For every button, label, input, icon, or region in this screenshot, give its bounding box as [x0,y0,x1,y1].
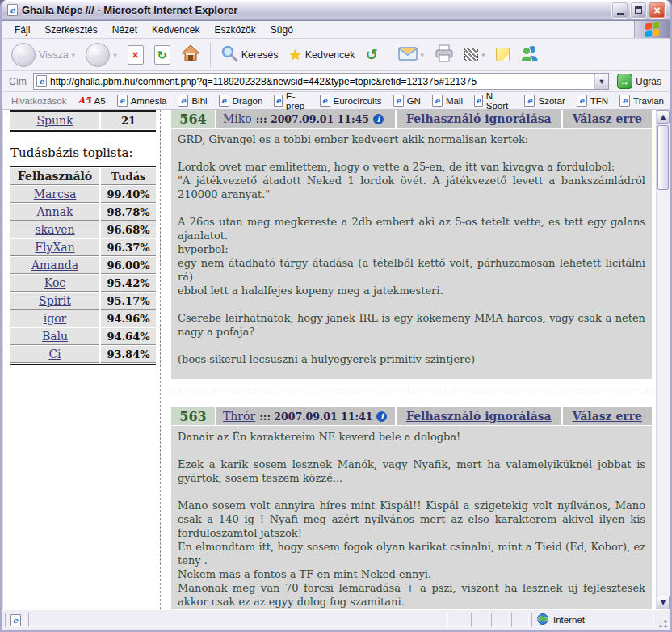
menu-help[interactable]: Súgó [263,21,300,38]
menu-file[interactable]: Fájl [7,21,37,38]
go-button[interactable]: → Ugrás [613,74,666,89]
links-item-szotar[interactable]: e Szotar [519,93,570,109]
messenger-button[interactable] [516,41,544,69]
scrollbar-track[interactable] [657,124,670,596]
address-dropdown-button[interactable]: ▼ [594,74,608,89]
ignore-user-cell: Felhasználó ignorálása [397,110,561,128]
menu-edit[interactable]: Szerkesztés [37,21,104,38]
ie-page-icon: e [36,75,47,87]
links-item-tfn[interactable]: e TFN [571,93,614,109]
links-item-eprep[interactable]: e E-prep [268,93,313,109]
vertical-scrollbar[interactable]: ▲ ▼ [656,110,670,609]
post-body: GRD, Givangel es a tobbi ember kedveert … [171,129,652,379]
forum-thread: 564 Miko ::: 2007.09.01 11:45 i Felhaszn… [164,110,656,609]
toplist-user-link[interactable]: Annak [37,205,74,218]
minimize-button[interactable] [611,2,628,19]
notes-button[interactable] [492,41,514,69]
links-item-travian[interactable]: e Travian [614,93,670,109]
link-label: Dragon [233,96,263,106]
info-icon[interactable]: i [376,411,387,422]
post-body: Danair az Én karaktereim NE keverd bele … [171,426,652,609]
title-bar: e Ghalla Népe /// - Microsoft Internet E… [2,0,670,21]
back-button[interactable]: ← Vissza ▾ [7,41,79,69]
ie-page-icon: e [117,95,128,107]
links-item-nsport[interactable]: e N. Sport [468,93,519,109]
links-item-eurocircuits[interactable]: e Eurocircuits [314,93,388,109]
toplist-user-link[interactable]: Ci [48,348,61,360]
info-icon[interactable]: i [373,114,384,124]
window-title: Ghalla Népe /// - Microsoft Internet Exp… [22,4,607,16]
links-item-mail[interactable]: e Mail [426,93,468,109]
refresh-button[interactable]: ↻ [150,41,174,69]
user-link-spunk[interactable]: Spunk [36,114,73,127]
ie-page-icon: e [274,95,283,107]
links-item-amnesia[interactable]: e Amnesia [111,93,173,109]
edit-button[interactable]: ▾ [460,41,489,69]
toplist-user-link[interactable]: FlyXan [35,241,74,254]
browser-window: e Ghalla Népe /// - Microsoft Internet E… [0,0,672,632]
toplist-user-link[interactable]: skaven [35,223,74,236]
toplist-score: 96.68% [101,221,156,238]
page-content: Spunk 21 Tudásbázis toplista: Felhasznál… [2,110,670,609]
reply-link[interactable]: Válasz erre [573,410,642,423]
table-row: Ci 93.84% [10,346,156,363]
reply-link[interactable]: Válasz erre [573,112,642,125]
menu-favorites[interactable]: Kedvencek [145,21,207,38]
address-field: e ▼ [33,73,609,90]
link-label: GN [407,96,421,106]
links-item-bihi[interactable]: e Bihi [172,93,212,109]
menu-view[interactable]: Nézet [105,21,145,38]
scrollbar-thumb[interactable] [657,125,669,190]
post-number: 563 [171,407,215,425]
back-dropdown-icon[interactable]: ▾ [72,51,76,59]
links-item-dragon[interactable]: e Dragon [213,93,269,109]
toplist-user-link[interactable]: Spirit [39,294,71,307]
link-label: Mail [446,96,463,106]
link-label: E-prep [286,91,308,111]
ie-window-icon: e [7,4,18,16]
link-label: N. Sport [486,91,514,111]
forward-dropdown-icon[interactable]: ▾ [113,51,117,59]
print-icon [435,44,454,65]
toplist-user-link[interactable]: Amanda [32,259,78,272]
mail-button[interactable]: ▾ [394,41,429,69]
zone-label: Internet [553,615,585,625]
toplist-user-link[interactable]: Marcsa [34,187,77,200]
scroll-up-button[interactable]: ▲ [657,110,670,124]
search-label: Keresés [242,49,279,61]
menu-tools[interactable]: Eszközök [207,21,262,38]
status-panel [511,613,529,627]
address-input[interactable] [50,76,591,87]
frame-divider [160,110,161,609]
stop-button[interactable]: × [124,41,148,69]
forward-button[interactable]: → ▾ [82,41,121,69]
maximize-button[interactable] [630,2,647,19]
table-row: Spirit 95.17% [10,293,156,310]
print-button[interactable] [430,41,458,69]
resize-grip[interactable] [657,613,668,627]
home-button[interactable] [177,41,204,69]
toplist-user-link[interactable]: Balu [42,330,68,343]
search-button[interactable]: Keresés [216,41,283,69]
links-bar: Hivatkozások A5 A5 e Amnesia e Bihi e Dr… [2,92,670,110]
ignore-user-link[interactable]: Felhasználó ignorálása [406,410,552,423]
ignore-user-link[interactable]: Felhasználó ignorálása [406,112,552,125]
toplist-user-link[interactable]: igor [44,312,67,325]
post-header: 564 Miko ::: 2007.09.01 11:45 i Felhaszn… [171,110,652,128]
scroll-down-button[interactable]: ▼ [657,596,670,609]
close-button[interactable]: × [649,2,666,19]
stop-icon: × [128,45,144,65]
author-link[interactable]: Miko [223,112,252,125]
toplist-user-link[interactable]: Koc [44,276,65,289]
mail-dropdown-icon[interactable]: ▾ [421,51,425,59]
favorites-button[interactable]: ★ Kedvencek [285,41,359,69]
edit-dropdown-icon[interactable]: ▾ [481,51,485,59]
status-document-panel: e [5,613,26,627]
author-link[interactable]: Thrór [223,410,255,423]
globe-icon [537,613,548,626]
history-button[interactable]: ↺ [362,41,382,69]
links-item-gn[interactable]: e GN [388,93,426,109]
toplist-score: 98.78% [101,204,156,221]
ie-page-icon: e [10,614,21,626]
links-item-a5[interactable]: A5 A5 [72,93,111,109]
